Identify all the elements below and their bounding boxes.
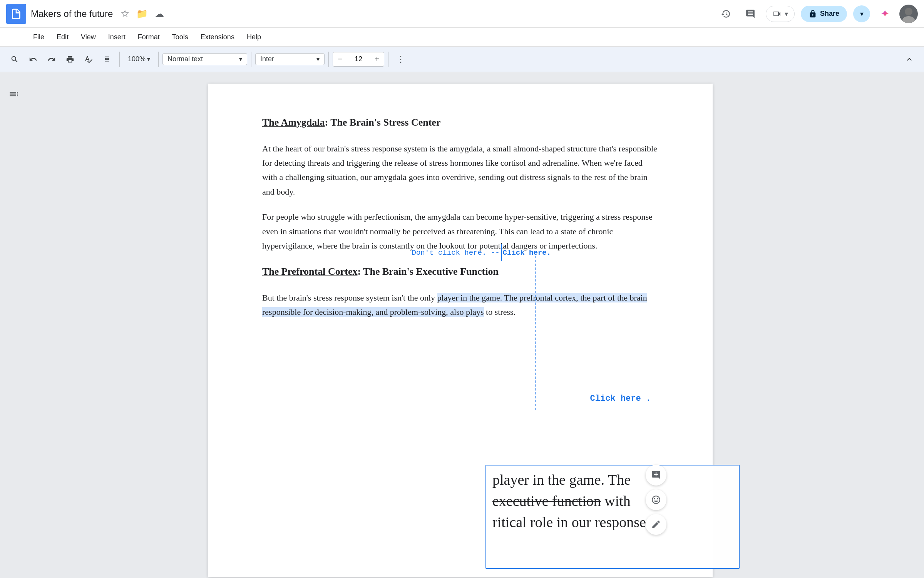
user-avatar[interactable] xyxy=(899,5,918,23)
history-button[interactable] xyxy=(716,5,735,23)
paragraph-1: At the heart of our brain's stress respo… xyxy=(262,141,659,199)
share-button[interactable]: Share xyxy=(801,6,847,22)
paragraph-3-area: But the brain's stress response system i… xyxy=(262,291,659,319)
spellcheck-button[interactable] xyxy=(80,51,97,68)
divider-2 xyxy=(158,52,159,67)
divider-4 xyxy=(328,52,329,67)
highlighted-text: player in the game. The prefrontal corte… xyxy=(262,293,647,317)
cloud-icon[interactable]: ☁ xyxy=(155,8,164,19)
emoji-button[interactable] xyxy=(646,489,666,510)
menu-format[interactable]: Format xyxy=(132,31,165,44)
font-size-decrease[interactable]: − xyxy=(333,52,347,66)
search-button[interactable] xyxy=(6,51,23,68)
menu-edit[interactable]: Edit xyxy=(51,31,74,44)
print-button[interactable] xyxy=(62,51,79,68)
comments-button[interactable] xyxy=(741,5,760,23)
selection-line4: ritical role in our response xyxy=(492,514,646,530)
selection-text: player in the game. The executive functi… xyxy=(492,469,733,533)
menu-insert[interactable]: Insert xyxy=(103,31,131,44)
menu-help[interactable]: Help xyxy=(241,31,266,44)
app-icon[interactable] xyxy=(6,4,26,24)
paint-format-button[interactable] xyxy=(99,51,116,68)
document-title[interactable]: Makers of the future xyxy=(31,8,113,19)
divider-1 xyxy=(119,52,120,67)
right-sidebar xyxy=(893,72,924,578)
more-options-button[interactable]: ⋮ xyxy=(392,51,409,68)
svg-point-1 xyxy=(902,16,915,23)
zoom-selector[interactable]: 100% ▾ xyxy=(124,53,154,65)
collapse-toolbar-button[interactable] xyxy=(901,51,918,68)
share-dropdown[interactable]: ▾ xyxy=(853,5,870,22)
heading-prefrontal-rest: : The Brain's Executive Function xyxy=(357,266,498,277)
action-buttons xyxy=(646,465,666,535)
heading-amygdala-underline: The Amygdala xyxy=(262,117,325,128)
menu-bar: File Edit View Insert Format Tools Exten… xyxy=(0,28,924,46)
style-dropdown-icon: ▾ xyxy=(239,55,242,63)
document-container: The Amygdala: The Brain's Stress Center … xyxy=(28,72,893,578)
menu-extensions[interactable]: Extensions xyxy=(195,31,240,44)
heading-amygdala: The Amygdala: The Brain's Stress Center xyxy=(262,114,659,131)
heading-prefrontal: The Prefrontal Cortex: The Brain's Execu… xyxy=(262,264,659,280)
menu-tools[interactable]: Tools xyxy=(167,31,194,44)
undo-button[interactable] xyxy=(25,51,42,68)
meet-label: ▾ xyxy=(785,10,788,18)
star-icon[interactable]: ☆ xyxy=(121,8,129,20)
style-value: Normal text xyxy=(167,55,203,63)
selection-line3: with xyxy=(604,493,631,509)
heading-amygdala-rest: : The Brain's Stress Center xyxy=(325,117,441,128)
font-selector[interactable]: Inter ▾ xyxy=(255,53,325,65)
click-here-bottom-label: Click here . xyxy=(590,392,651,405)
font-size-increase[interactable]: + xyxy=(370,52,384,66)
selection-box: player in the game. The executive functi… xyxy=(485,465,740,569)
outline-button[interactable] xyxy=(3,84,24,104)
font-size-area: − + xyxy=(333,52,384,67)
divider-5 xyxy=(388,52,388,67)
more-options-icon: ⋮ xyxy=(397,54,405,64)
heading-prefrontal-underline: The Prefrontal Cortex xyxy=(262,266,357,277)
meet-button[interactable]: ▾ xyxy=(766,6,795,22)
font-size-input[interactable] xyxy=(347,54,370,65)
folder-icon[interactable]: 📁 xyxy=(136,8,148,19)
paragraph-2: For people who struggle with perfectioni… xyxy=(262,210,659,253)
font-value: Inter xyxy=(260,55,274,63)
gemini-button[interactable]: ✦ xyxy=(876,5,893,22)
svg-point-0 xyxy=(905,8,912,15)
paragraph-3: But the brain's stress response system i… xyxy=(262,291,659,319)
formatting-toolbar: 100% ▾ Normal text ▾ Inter ▾ − + ⋮ xyxy=(0,47,924,72)
title-bar: Makers of the future ☆ 📁 ☁ ▾ Share ▾ ✦ xyxy=(0,0,924,28)
zoom-value: 100% xyxy=(128,55,146,63)
menu-file[interactable]: File xyxy=(28,31,50,44)
selection-line1: player in the game. The xyxy=(492,472,631,488)
divider-3 xyxy=(251,52,251,67)
selection-line2: executive function xyxy=(492,493,601,509)
document-page: The Amygdala: The Brain's Stress Center … xyxy=(208,84,713,577)
font-dropdown-icon: ▾ xyxy=(316,55,320,63)
menu-view[interactable]: View xyxy=(75,31,101,44)
redo-button[interactable] xyxy=(43,51,60,68)
share-label: Share xyxy=(820,10,839,18)
suggest-button[interactable] xyxy=(646,514,666,535)
toolbar-right: ▾ Share ▾ ✦ xyxy=(716,5,918,23)
page-area: The Amygdala: The Brain's Stress Center … xyxy=(0,72,924,578)
add-comment-button[interactable] xyxy=(646,465,666,486)
zoom-dropdown-icon: ▾ xyxy=(147,55,150,63)
title-actions: ☆ 📁 ☁ xyxy=(121,8,164,20)
outline-sidebar xyxy=(0,72,28,578)
style-selector[interactable]: Normal text ▾ xyxy=(162,53,247,65)
